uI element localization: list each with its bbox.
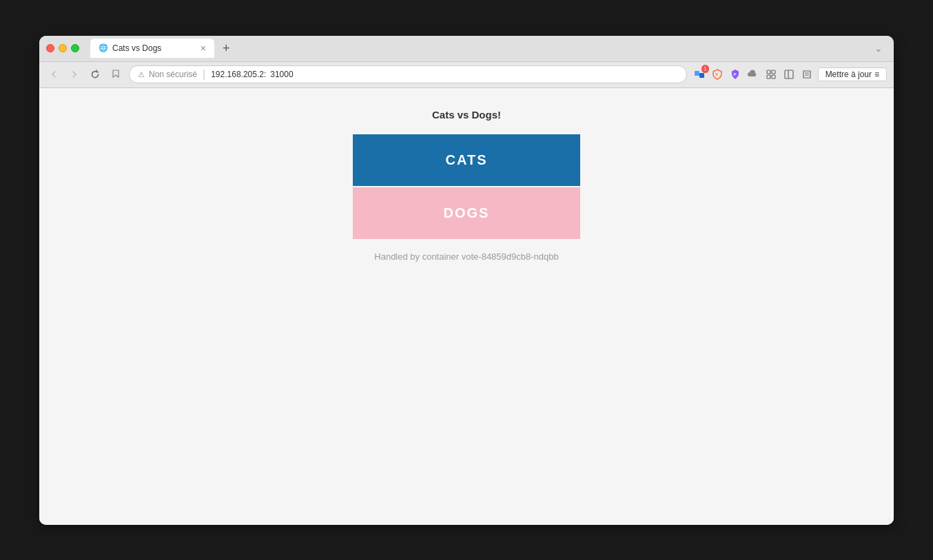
svg-rect-0 — [695, 71, 699, 76]
back-button[interactable] — [46, 67, 61, 82]
tab-list-button[interactable]: ⌄ — [870, 43, 887, 54]
page-title: Cats vs Dogs! — [432, 109, 501, 121]
browser-window: 🌐 Cats vs Dogs × + ⌄ ⚠ Non sécurisé | 19… — [39, 36, 894, 525]
reload-icon — [90, 70, 100, 79]
svg-rect-6 — [767, 75, 770, 79]
svg-rect-1 — [699, 73, 704, 78]
new-tab-button[interactable]: + — [217, 41, 236, 56]
url-port: 31000 — [270, 70, 293, 79]
tab-favicon-icon: 🌐 — [99, 43, 108, 53]
url-separator: | — [203, 68, 205, 81]
security-label: Non sécurisé — [149, 70, 197, 79]
tab-close-button[interactable]: × — [201, 43, 206, 53]
menu-icon: ≡ — [874, 70, 879, 79]
update-label: Mettre à jour — [826, 70, 872, 79]
shield-icon[interactable]: P — [728, 68, 742, 81]
reader-icon[interactable] — [800, 68, 814, 81]
brave-wallet-icon[interactable]: 1 — [693, 68, 706, 81]
svg-rect-8 — [785, 70, 793, 79]
forward-icon — [70, 70, 79, 79]
tab-sidebar-icon[interactable] — [782, 68, 796, 81]
cloud-icon[interactable] — [746, 68, 760, 81]
url-host: 192.168.205.2: — [211, 70, 266, 79]
title-bar: 🌐 Cats vs Dogs × + ⌄ — [39, 36, 894, 62]
svg-rect-4 — [767, 70, 770, 74]
extensions-icon[interactable] — [764, 68, 778, 81]
vote-container: CATS DOGS — [353, 134, 580, 239]
tab-bar: 🌐 Cats vs Dogs × + — [90, 39, 866, 58]
bookmark-icon — [111, 69, 121, 79]
update-button[interactable]: Mettre à jour ≡ — [818, 68, 887, 81]
svg-rect-7 — [772, 75, 775, 79]
extensions-area: 1 V P — [693, 68, 887, 81]
container-info: Handled by container vote-84859d9cb8-ndq… — [374, 251, 558, 262]
dogs-vote-button[interactable]: DOGS — [353, 187, 580, 239]
wallet-badge: 1 — [701, 65, 708, 73]
svg-text:V: V — [715, 72, 718, 76]
url-bar[interactable]: ⚠ Non sécurisé | 192.168.205.2:31000 — [129, 65, 687, 83]
maximize-window-button[interactable] — [71, 44, 79, 52]
bookmark-button[interactable] — [108, 69, 123, 81]
page-content: Cats vs Dogs! CATS DOGS Handled by conta… — [39, 88, 894, 525]
tab-title: Cats vs Dogs — [112, 43, 196, 53]
brave-vpn-icon[interactable]: V — [710, 68, 724, 81]
warning-icon: ⚠ — [138, 70, 145, 79]
reload-button[interactable] — [88, 67, 103, 82]
minimize-window-button[interactable] — [59, 44, 67, 52]
cats-vote-button[interactable]: CATS — [353, 134, 580, 186]
active-tab[interactable]: 🌐 Cats vs Dogs × — [90, 39, 214, 58]
close-window-button[interactable] — [46, 44, 54, 52]
back-icon — [50, 70, 58, 79]
svg-rect-5 — [772, 70, 775, 74]
svg-text:P: P — [733, 72, 736, 76]
forward-button[interactable] — [67, 67, 82, 82]
address-bar: ⚠ Non sécurisé | 192.168.205.2:31000 1 V… — [39, 62, 894, 88]
